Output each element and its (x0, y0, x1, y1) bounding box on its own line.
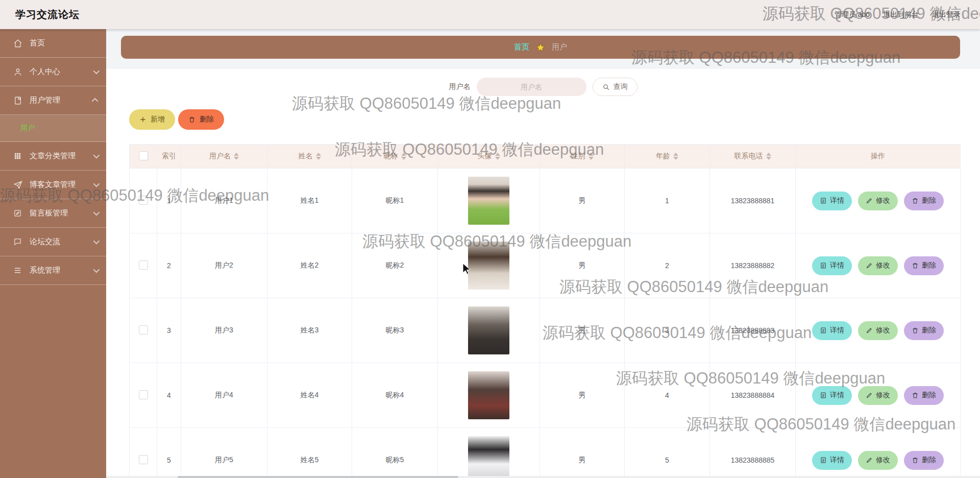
sort-icon[interactable] (766, 153, 771, 160)
trash-icon (912, 457, 919, 464)
select-all-checkbox[interactable] (139, 151, 148, 160)
column-header-username[interactable]: 用户名 (181, 145, 267, 169)
chat-icon (13, 237, 23, 247)
search-bar: 用户名 查询 (106, 69, 980, 96)
column-header-name[interactable]: 姓名 (267, 145, 352, 169)
table-row: 5 用户5 姓名5 昵称5 男 5 13823888885 详情 修改 删除 (130, 428, 961, 478)
document-icon (820, 457, 827, 464)
sidebar-item-label: 文章分类管理 (30, 151, 93, 161)
detail-button[interactable]: 详情 (812, 192, 852, 210)
query-button-label: 查询 (614, 82, 628, 91)
main-content: 首页 用户 用户名 查询 新增 (106, 29, 980, 478)
cell-name: 姓名4 (267, 363, 352, 428)
chevron-down-icon (93, 68, 100, 75)
cell-age: 2 (625, 233, 710, 298)
app-title: 学习交流论坛 (0, 8, 80, 21)
edit-button[interactable]: 修改 (858, 321, 898, 340)
column-header-avatar[interactable]: 头像 (438, 145, 540, 169)
detail-button[interactable]: 详情 (812, 386, 852, 405)
edit-button[interactable]: 修改 (858, 451, 898, 470)
sidebar-item-home[interactable]: 首页 (0, 29, 106, 58)
sort-icon[interactable] (589, 153, 594, 160)
edit-button[interactable]: 修改 (858, 256, 898, 275)
cell-phone: 13823888883 (710, 298, 796, 363)
edit-button[interactable]: 修改 (858, 192, 898, 210)
document-icon (820, 392, 827, 399)
table-header-row: 索引 用户名 姓名 昵称 头像 性别 年龄 联系电话 操作 (130, 145, 961, 169)
scrollbar-thumb[interactable] (178, 476, 458, 478)
top-header: 学习交流论坛 管理员 abo 退出到前台 退出登录 (0, 0, 980, 29)
admin-account-link[interactable]: 管理员 abo (835, 10, 870, 19)
delete-button[interactable]: 删除 (178, 109, 224, 130)
row-checkbox[interactable] (139, 455, 148, 464)
breadcrumb: 首页 用户 (121, 36, 960, 59)
horizontal-scrollbar[interactable] (106, 476, 980, 478)
row-delete-button[interactable]: 删除 (904, 451, 944, 470)
row-delete-button[interactable]: 删除 (904, 386, 944, 405)
grid-icon (13, 151, 23, 161)
sort-icon[interactable] (673, 153, 678, 160)
sort-icon[interactable] (495, 153, 500, 160)
column-header-age[interactable]: 年龄 (625, 145, 710, 169)
row-checkbox[interactable] (139, 325, 148, 334)
row-checkbox[interactable] (139, 390, 148, 399)
detail-button[interactable]: 详情 (812, 256, 852, 275)
sidebar-item-label: 系统管理 (30, 266, 93, 275)
document-icon (820, 327, 827, 334)
sidebar-item-forum[interactable]: 论坛交流 (0, 228, 106, 256)
sidebar: 首页 个人中心 用户管理 用户 文章分类管理 博客文章管理 (0, 29, 106, 478)
sort-icon[interactable] (316, 153, 321, 160)
column-header-nickname[interactable]: 昵称 (352, 145, 438, 169)
content-panel: 用户名 查询 新增 删除 (106, 69, 980, 478)
user-avatar-photo (468, 306, 509, 354)
breadcrumb-current: 用户 (552, 42, 567, 52)
add-button[interactable]: 新增 (129, 109, 175, 130)
chevron-down-icon (93, 209, 100, 216)
row-checkbox[interactable] (139, 260, 148, 270)
sidebar-item-label: 博客文章管理 (30, 180, 93, 189)
pencil-icon (866, 262, 873, 269)
sidebar-item-article-category[interactable]: 文章分类管理 (0, 142, 106, 171)
detail-button[interactable]: 详情 (812, 321, 852, 340)
pencil-icon (866, 327, 873, 334)
username-label: 用户名 (449, 82, 471, 91)
cell-nickname: 昵称4 (352, 363, 438, 428)
cell-name: 姓名5 (267, 428, 352, 478)
column-header-actions: 操作 (871, 152, 885, 161)
sidebar-item-label: 首页 (30, 38, 98, 48)
sidebar-item-system-management[interactable]: 系统管理 (0, 256, 106, 285)
sidebar-subitem-user-active[interactable]: 用户 (0, 115, 106, 142)
username-input[interactable] (477, 78, 586, 96)
edit-button[interactable]: 修改 (858, 386, 898, 405)
column-header-index: 索引 (162, 152, 176, 161)
column-header-phone[interactable]: 联系电话 (710, 145, 796, 169)
user-avatar-photo (468, 371, 509, 419)
add-button-label: 新增 (151, 115, 165, 124)
column-header-gender[interactable]: 性别 (540, 145, 625, 169)
exit-to-front-link[interactable]: 退出到前台 (883, 10, 919, 19)
row-delete-button[interactable]: 删除 (904, 256, 944, 275)
sidebar-item-user-management[interactable]: 用户管理 (0, 86, 106, 115)
logout-link[interactable]: 退出登录 (932, 10, 961, 19)
user-avatar-photo (468, 242, 509, 290)
user-avatar-photo (468, 177, 509, 225)
breadcrumb-home-link[interactable]: 首页 (514, 42, 529, 52)
cell-index: 1 (157, 169, 181, 233)
cell-age: 4 (625, 363, 710, 428)
sort-icon[interactable] (401, 153, 406, 160)
user-avatar-photo (468, 436, 509, 478)
sort-icon[interactable] (234, 153, 239, 160)
row-delete-button[interactable]: 删除 (904, 192, 944, 210)
query-button[interactable]: 查询 (593, 78, 638, 96)
chevron-down-icon (93, 238, 100, 245)
row-delete-button[interactable]: 删除 (904, 321, 944, 340)
sidebar-item-personal-center[interactable]: 个人中心 (0, 58, 106, 86)
cell-username: 用户1 (181, 169, 267, 233)
table-row: 4 用户4 姓名4 昵称4 男 4 13823888884 详情 修改 删除 (130, 363, 961, 428)
cell-name: 姓名3 (267, 298, 352, 363)
sidebar-item-blog-article[interactable]: 博客文章管理 (0, 171, 106, 199)
cell-age: 3 (625, 298, 710, 363)
sidebar-item-message-board[interactable]: 留言板管理 (0, 199, 106, 228)
detail-button[interactable]: 详情 (812, 451, 852, 470)
row-checkbox[interactable] (139, 196, 148, 205)
